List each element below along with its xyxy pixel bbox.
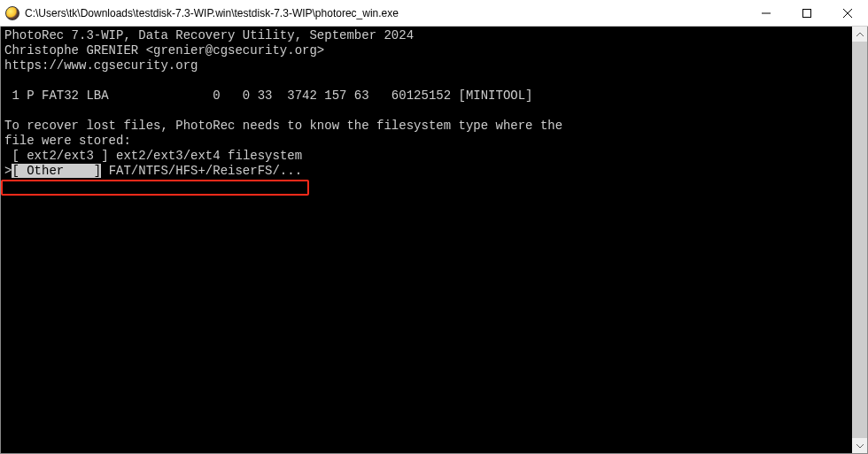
- window-titlebar: C:\Users\tk\Downloads\testdisk-7.3-WIP.w…: [0, 0, 868, 27]
- close-icon: [843, 9, 852, 18]
- window-title: C:\Users\tk\Downloads\testdisk-7.3-WIP.w…: [25, 7, 746, 19]
- header-line-1: PhotoRec 7.3-WIP, Data Recovery Utility,…: [4, 28, 414, 42]
- svg-rect-1: [803, 9, 811, 17]
- header-line-2: Christophe GRENIER <grenier@cgsecurity.o…: [4, 43, 324, 58]
- window-controls: [746, 0, 868, 26]
- header-line-3: https://www.cgsecurity.org: [4, 58, 198, 73]
- prompt-line-2: file were stored:: [4, 134, 131, 148]
- scroll-up-arrow[interactable]: [852, 27, 867, 42]
- app-icon: [5, 6, 19, 20]
- chevron-down-icon: [856, 444, 864, 448]
- chevron-up-icon: [856, 33, 864, 36]
- maximize-icon: [802, 9, 811, 18]
- partition-line: 1 P FAT32 LBA 0 0 33 3742 157 63 6012515…: [4, 88, 533, 103]
- option-other-desc: FAT/NTFS/HFS+/ReiserFS/...: [101, 164, 302, 178]
- option-other[interactable]: [ Other ]: [12, 164, 101, 178]
- maximize-button[interactable]: [787, 0, 827, 26]
- console-container: PhotoRec 7.3-WIP, Data Recovery Utility,…: [0, 27, 868, 454]
- scroll-thumb[interactable]: [852, 42, 867, 438]
- minimize-button[interactable]: [746, 0, 787, 26]
- option-ext[interactable]: ext2/ext3: [27, 149, 94, 163]
- prompt-line-1: To recover lost files, PhotoRec needs to…: [4, 119, 562, 133]
- console-output[interactable]: PhotoRec 7.3-WIP, Data Recovery Utility,…: [1, 27, 852, 453]
- minimize-icon: [762, 9, 771, 18]
- option-ext-desc: ext2/ext3/ext4 filesystem: [109, 149, 302, 163]
- close-button[interactable]: [827, 0, 868, 26]
- scroll-down-arrow[interactable]: [852, 438, 867, 453]
- vertical-scrollbar[interactable]: [852, 27, 867, 453]
